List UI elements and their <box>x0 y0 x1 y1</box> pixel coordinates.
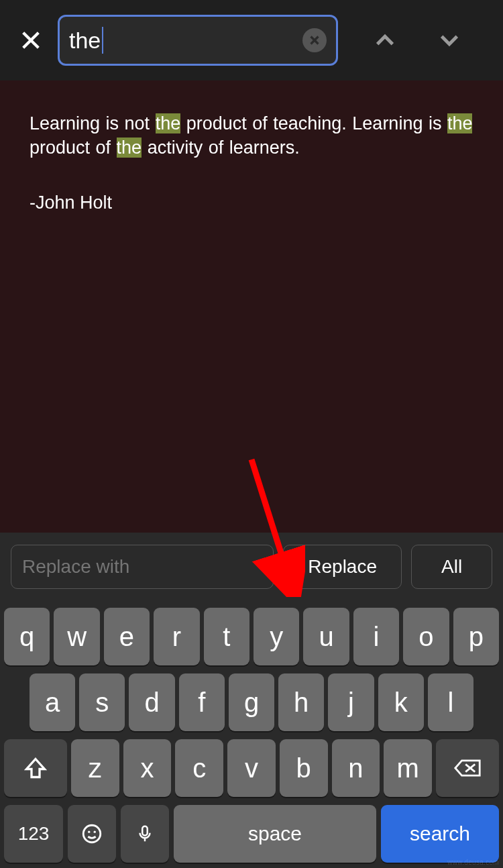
text-segment: activity of learners. <box>142 138 300 158</box>
text-segment: product of teaching. Learning is <box>180 113 447 133</box>
key-a[interactable]: a <box>30 673 75 731</box>
clear-icon[interactable] <box>302 28 327 52</box>
svg-point-9 <box>94 830 96 832</box>
mic-key[interactable] <box>121 805 169 863</box>
key-o[interactable]: o <box>403 608 449 665</box>
space-key[interactable]: space <box>174 805 376 863</box>
key-g[interactable]: g <box>229 673 274 731</box>
replace-all-button[interactable]: All <box>411 545 492 589</box>
nav-arrows <box>370 25 464 55</box>
document-area[interactable]: Learning is not the product of teaching.… <box>0 80 503 533</box>
backspace-key[interactable] <box>436 739 499 797</box>
key-f[interactable]: f <box>179 673 225 731</box>
key-v[interactable]: v <box>227 739 276 797</box>
highlighted-match: the <box>117 138 142 158</box>
shift-key[interactable] <box>4 739 67 797</box>
keyboard: qwertyuiop asdfghjkl zxcvbnm 123 space s… <box>0 601 503 868</box>
text-segment: product of <box>30 138 117 158</box>
replace-input[interactable] <box>11 545 274 589</box>
search-input-text: the <box>69 28 101 54</box>
key-w[interactable]: w <box>54 608 99 665</box>
key-c[interactable]: c <box>175 739 223 797</box>
symbols-key[interactable]: 123 <box>4 805 63 863</box>
key-m[interactable]: m <box>384 739 432 797</box>
key-r[interactable]: r <box>154 608 199 665</box>
key-e[interactable]: e <box>104 608 150 665</box>
author-line: -John Holt <box>30 193 473 213</box>
search-key[interactable]: search <box>381 805 499 863</box>
key-k[interactable]: k <box>378 673 424 731</box>
key-n[interactable]: n <box>332 739 380 797</box>
key-t[interactable]: t <box>204 608 249 665</box>
key-b[interactable]: b <box>280 739 328 797</box>
svg-point-7 <box>83 825 101 843</box>
next-match-icon[interactable] <box>435 25 464 55</box>
key-j[interactable]: j <box>328 673 374 731</box>
key-x[interactable]: x <box>123 739 172 797</box>
svg-rect-10 <box>142 826 148 836</box>
emoji-key[interactable] <box>68 805 116 863</box>
key-p[interactable]: p <box>453 608 499 665</box>
key-i[interactable]: i <box>353 608 399 665</box>
key-s[interactable]: s <box>79 673 125 731</box>
replace-bar: Replace All <box>0 533 503 601</box>
key-h[interactable]: h <box>278 673 324 731</box>
highlighted-match: the <box>156 113 181 133</box>
key-y[interactable]: y <box>254 608 299 665</box>
text-cursor <box>102 27 103 54</box>
highlighted-match: the <box>447 113 473 133</box>
prev-match-icon[interactable] <box>370 25 400 55</box>
svg-point-8 <box>88 830 90 832</box>
key-q[interactable]: q <box>4 608 50 665</box>
close-icon[interactable] <box>16 25 46 55</box>
key-z[interactable]: z <box>71 739 119 797</box>
key-d[interactable]: d <box>129 673 174 731</box>
document-text: Learning is not the product of teaching.… <box>30 111 473 160</box>
text-segment: Learning is not <box>30 113 156 133</box>
key-u[interactable]: u <box>303 608 349 665</box>
key-l[interactable]: l <box>428 673 473 731</box>
search-toolbar: the <box>0 0 503 80</box>
replace-button[interactable]: Replace <box>283 545 402 589</box>
search-field-container[interactable]: the <box>58 15 338 66</box>
